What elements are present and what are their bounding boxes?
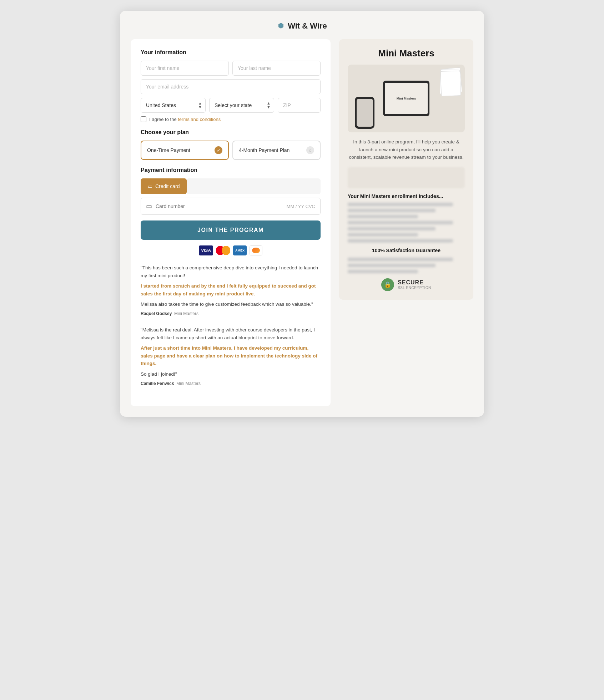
testimonial-2-highlight: After just a short time into Mini Master… [141,344,321,367]
card-meta: MM / YY CVC [287,204,315,209]
zip-input[interactable] [278,98,321,113]
name-row [141,61,321,76]
payment-tabs: ▭ Credit card [141,178,321,194]
product-mockup: Mini Masters [348,65,465,132]
testimonial-2-author: Camille Fenwick Mini Masters [141,381,321,386]
secure-subtitle: SSL ENCRYPTION [398,286,431,290]
country-select[interactable]: United States [141,98,206,113]
secure-text-block: SECURE SSL ENCRYPTION [398,279,431,290]
guarantee-blurred [348,258,465,273]
product-description: In this 3-part online program, I'll help… [348,138,465,161]
secure-title: SECURE [398,279,431,286]
terms-link[interactable]: terms and conditions [178,117,221,122]
first-name-input[interactable] [141,61,229,76]
card-number-row: ▭ MM / YY CVC [141,198,321,215]
location-row: United States ▲▼ Select your state Alaba… [141,98,321,113]
info-section-title: Your information [141,49,321,56]
blurred-preview-1 [348,167,465,188]
enrollment-list-blurred [348,203,465,243]
plan-monthly[interactable]: 4-Month Payment Plan ○ [232,141,321,160]
testimonial-1-highlight: I started from scratch and by the end I … [141,282,321,298]
plan-onetime[interactable]: One-Time Payment ✓ [141,141,229,160]
product-image-area: Mini Masters [348,65,465,132]
terms-label: I agree to the terms and conditions [149,117,221,122]
plan-selector: One-Time Payment ✓ 4-Month Payment Plan … [141,141,321,160]
guarantee-text: 100% Satisfaction Guarantee [348,248,465,253]
mastercard-logo [216,246,230,255]
payment-logos: VISA AMEX [141,245,321,255]
discover-logo [250,245,262,255]
paper-3 [441,71,461,96]
testimonial-1-quote: "This has been such a comprehensive deep… [141,264,321,279]
payment-section-title: Payment information [141,167,321,173]
testimonial-1-extra: Melissa also takes the time to give cust… [141,300,321,308]
last-name-input[interactable] [232,61,321,76]
plan-onetime-label: One-Time Payment [147,147,190,153]
blur-line-4 [348,221,453,224]
enrollment-title: Your Mini Masters enrollment includes... [348,193,465,199]
testimonial-2: "Melissa is the real deal. After investi… [141,326,321,386]
plan-monthly-check: ○ [306,146,314,154]
logo-icon [277,22,285,30]
plan-section-title: Choose your plan [141,129,321,136]
guarantee-blur-2 [348,264,436,267]
credit-card-icon: ▭ [148,183,152,189]
terms-checkbox[interactable] [141,116,146,122]
state-select[interactable]: Select your state AlabamaAlaskaArizona C… [209,98,274,113]
blur-line-1 [348,203,453,206]
plan-onetime-check: ✓ [215,146,222,154]
guarantee-blur-1 [348,258,453,261]
main-layout: Your information United States ▲▼ Select [131,39,473,406]
testimonial-1-author: Raquel Godsey Mini Masters [141,311,321,316]
mockup-phone [355,97,374,129]
header: Wit & Wire [131,21,473,31]
card-number-input[interactable] [156,203,283,209]
guarantee-blur-3 [348,270,418,273]
tab-other[interactable] [187,178,321,194]
page-wrapper: Wit & Wire Your information United State… [120,11,484,417]
mockup-screen: Mini Masters [385,83,428,114]
mockup-phone-screen [357,99,373,127]
email-input[interactable] [141,79,321,94]
blur-line-5 [348,227,436,230]
left-panel: Your information United States ▲▼ Select [131,39,331,406]
blur-line-6 [348,233,418,237]
tab-credit-card[interactable]: ▭ Credit card [141,178,187,194]
visa-logo: VISA [199,245,213,255]
right-panel: Mini Masters Mini Masters [339,39,473,300]
mockup-tablet: Mini Masters [383,81,429,116]
state-wrapper: Select your state AlabamaAlaskaArizona C… [209,98,274,113]
plan-monthly-label: 4-Month Payment Plan [239,147,290,153]
secure-section: 🔒 SECURE SSL ENCRYPTION [348,278,465,291]
amex-logo: AMEX [233,245,247,255]
terms-row: I agree to the terms and conditions [141,116,321,122]
testimonial-2-extra: So glad I joined!" [141,370,321,378]
testimonial-1: "This has been such a comprehensive deep… [141,264,321,316]
blur-line-7 [348,239,453,243]
email-row [141,79,321,94]
site-title: Wit & Wire [288,21,327,31]
join-button[interactable]: JOIN THE PROGRAM [141,220,321,240]
testimonial-2-quote: "Melissa is the real deal. After investi… [141,326,321,341]
product-title: Mini Masters [348,48,465,59]
country-wrapper: United States ▲▼ [141,98,206,113]
credit-card-field-icon: ▭ [146,202,152,210]
secure-shield-icon: 🔒 [381,278,394,291]
blur-line-2 [348,209,436,212]
blur-line-3 [348,215,418,218]
